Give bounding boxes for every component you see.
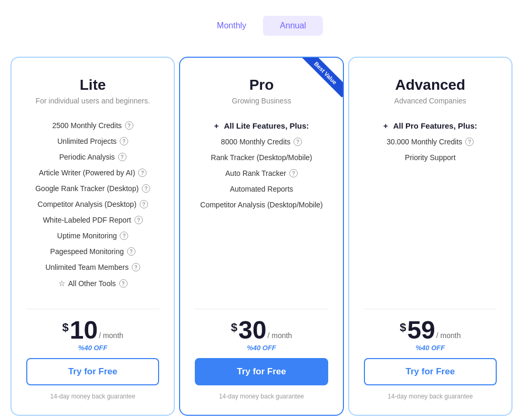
price-period: / month: [267, 331, 292, 340]
list-item: Pagespeed Monitoring ?: [26, 244, 159, 259]
pricing-section-advanced: $ 59 / month %40 OFF: [364, 318, 497, 352]
price-discount: %40 OFF: [26, 344, 159, 352]
money-back-pro: 14-day money back guarantee: [195, 393, 328, 400]
price-row: $ 30 / month: [195, 318, 328, 343]
info-icon[interactable]: ?: [138, 169, 147, 177]
info-icon[interactable]: ?: [118, 153, 127, 161]
info-icon[interactable]: ?: [134, 216, 143, 224]
cta-button-advanced[interactable]: Try for Free: [364, 358, 497, 385]
list-item: Competitor Analysis (Desktop) ?: [26, 196, 159, 212]
list-item: ☆ All Other Tools ?: [26, 275, 159, 292]
plan-card-lite: Lite For individual users and beginners.…: [11, 57, 175, 416]
price-dollar: $: [231, 321, 237, 334]
cta-button-lite[interactable]: Try for Free: [26, 358, 159, 385]
billing-toggle: Monthly Annual: [200, 16, 323, 36]
pricing-section-lite: $ 10 / month %40 OFF: [26, 318, 159, 352]
features-list-pro: + All Lite Features, Plus: 8000 Monthly …: [195, 118, 328, 292]
list-item: Periodic Analysis ?: [26, 149, 159, 165]
pricing-section-pro: $ 30 / month %40 OFF: [195, 318, 328, 352]
price-period: / month: [99, 331, 123, 340]
list-item: Automated Reports: [195, 181, 328, 197]
features-list-lite: 2500 Monthly Credits ? Unlimited Project…: [26, 118, 159, 292]
info-icon[interactable]: ?: [140, 200, 148, 208]
list-item: Priority Support: [364, 150, 497, 165]
list-item: Unlimited Projects ?: [26, 133, 159, 149]
list-item: + All Pro Features, Plus:: [364, 118, 497, 134]
cta-button-pro[interactable]: Try for Free: [195, 358, 328, 385]
ribbon-text: Best Value: [301, 58, 343, 98]
price-amount: 10: [70, 318, 98, 343]
price-row: $ 59 / month: [364, 318, 497, 343]
info-icon[interactable]: ?: [120, 232, 128, 240]
annual-toggle[interactable]: Annual: [263, 16, 323, 36]
info-icon[interactable]: ?: [119, 279, 128, 288]
price-dollar: $: [400, 321, 406, 334]
info-icon[interactable]: ?: [125, 121, 133, 130]
price-row: $ 10 / month: [26, 318, 159, 343]
info-icon[interactable]: ?: [294, 138, 302, 146]
list-item: 8000 Monthly Credits ?: [195, 134, 328, 150]
list-item: Competitor Analysis (Desktop/Mobile): [195, 197, 328, 213]
money-back-advanced: 14-day money back guarantee: [364, 393, 497, 400]
best-value-ribbon: Best Value: [296, 58, 343, 105]
info-icon[interactable]: ?: [142, 184, 150, 193]
star-icon: ☆: [58, 279, 65, 288]
price-period: / month: [436, 331, 461, 340]
divider: [364, 309, 497, 309]
plan-name-advanced: Advanced: [364, 77, 497, 93]
list-item: Rank Tracker (Desktop/Mobile): [195, 150, 328, 165]
list-item: Google Rank Tracker (Desktop) ?: [26, 181, 159, 196]
list-item: White-Labeled PDF Report ?: [26, 212, 159, 228]
price-amount: 30: [238, 318, 266, 343]
list-item: Unlimited Team Members ?: [26, 259, 159, 275]
price-amount: 59: [407, 318, 435, 343]
list-item: 2500 Monthly Credits ?: [26, 118, 159, 133]
list-item: Article Writer (Powered by AI) ?: [26, 165, 159, 181]
info-icon[interactable]: ?: [120, 137, 128, 145]
price-discount: %40 OFF: [195, 344, 328, 352]
features-list-advanced: + All Pro Features, Plus: 30.000 Monthly…: [364, 118, 497, 292]
money-back-lite: 14-day money back guarantee: [26, 393, 159, 400]
plan-name-lite: Lite: [26, 77, 159, 93]
divider: [26, 309, 159, 309]
list-item: 30.000 Monthly Credits ?: [364, 134, 497, 150]
list-item: Uptime Monitoring ?: [26, 228, 159, 244]
list-item: + All Lite Features, Plus:: [195, 118, 328, 134]
plan-subtitle-advanced: Advanced Companies: [364, 97, 497, 105]
divider: [195, 309, 328, 309]
list-item: Auto Rank Tracker ?: [195, 165, 328, 181]
monthly-toggle[interactable]: Monthly: [200, 16, 263, 36]
price-discount: %40 OFF: [364, 344, 497, 352]
plan-card-pro: Best Value Pro Growing Business + All Li…: [179, 57, 343, 416]
info-icon[interactable]: ?: [132, 263, 140, 271]
info-icon[interactable]: ?: [465, 138, 474, 146]
info-icon[interactable]: ?: [127, 247, 135, 256]
plan-card-advanced: Advanced Advanced Companies + All Pro Fe…: [348, 57, 512, 416]
info-icon[interactable]: ?: [289, 169, 298, 177]
plans-wrapper: Lite For individual users and beginners.…: [11, 57, 512, 416]
price-dollar: $: [62, 321, 68, 334]
plan-subtitle-lite: For individual users and beginners.: [26, 97, 159, 105]
